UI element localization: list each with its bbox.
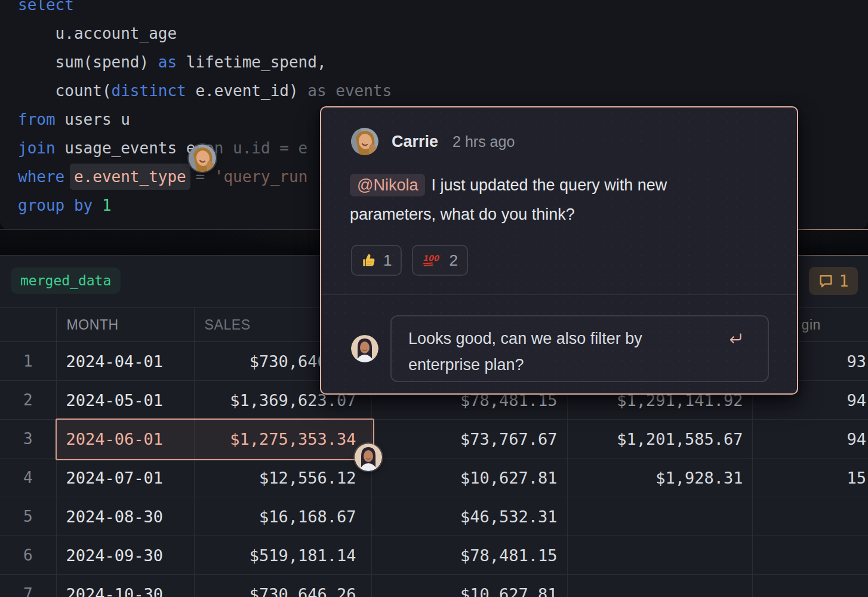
code-line: u.account_age	[18, 19, 392, 48]
table-row[interactable]: 6 2024-09-30 $519,181.14 $78,481.15	[0, 536, 868, 575]
reaction-count: 2	[449, 251, 457, 270]
index-column-header[interactable]	[0, 308, 56, 342]
comment-bubble-icon	[818, 273, 833, 288]
presence-avatar-collaborator	[355, 444, 382, 471]
cell-col4[interactable]: $1,201,585.67	[567, 420, 752, 458]
code-line: sum(spend) as lifetime_spend,	[18, 48, 392, 76]
code-token: sum(spend)	[18, 53, 158, 71]
reaction-hundred[interactable]: 100 2	[412, 245, 467, 276]
code-line: count(distinct e.event_id) as events	[18, 76, 392, 105]
cell-sales[interactable]: $12,556.12	[194, 458, 371, 497]
code-token: where	[18, 168, 64, 186]
cell-month[interactable]: 2024-06-01	[56, 420, 194, 458]
cell-col5[interactable]: 94	[752, 420, 868, 458]
cell-sales[interactable]: $519,181.14	[194, 536, 371, 575]
code-token: e.event_id)	[186, 82, 298, 100]
cell-col5[interactable]	[752, 497, 868, 536]
presence-avatar-carrie	[189, 144, 216, 172]
cell-col5[interactable]	[752, 536, 868, 575]
row-index: 3	[0, 420, 56, 458]
table-row[interactable]: 4 2024-07-01 $12,556.12 $10,627.81 $1,92…	[0, 458, 868, 497]
table-row[interactable]: 7 2024-10-30 $730,646.26 $10,627.81	[0, 575, 868, 597]
code-token: distinct	[112, 82, 186, 100]
code-token: 'query_run	[214, 168, 308, 186]
cell-col3[interactable]: $78,481.15	[371, 536, 567, 575]
code-line: select	[18, 0, 392, 19]
cell-col4[interactable]	[567, 575, 752, 597]
code-token: group by	[18, 196, 93, 214]
row-index: 5	[0, 497, 56, 536]
code-token: as	[158, 53, 177, 71]
highlighted-code-token[interactable]: e.event_type	[70, 164, 190, 190]
cell-month[interactable]: 2024-07-01	[56, 458, 194, 497]
row-index: 7	[0, 575, 56, 597]
cell-month[interactable]: 2024-10-30	[56, 575, 194, 597]
cell-col3[interactable]: $10,627.81	[371, 458, 567, 497]
comment-count-badge[interactable]: 1	[809, 267, 858, 295]
row-index: 2	[0, 381, 56, 420]
code-token	[93, 196, 102, 214]
comment-header: Carrie 2 hrs ago	[351, 128, 515, 155]
cell-month[interactable]: 2024-08-30	[56, 497, 194, 536]
return-icon[interactable]	[727, 331, 744, 349]
cell-col3[interactable]: $73,767.67	[371, 420, 567, 458]
cell-col4[interactable]	[567, 536, 752, 575]
reply-input-text: Looks good, can we also filter by enterp…	[408, 325, 701, 378]
code-token: count(	[18, 82, 112, 100]
column-header-month[interactable]: MONTH	[56, 308, 194, 342]
collaborator-avatar-image	[351, 335, 378, 362]
dialog-divider	[321, 294, 797, 295]
cell-col3[interactable]: $46,532.31	[371, 497, 567, 536]
comment-count: 1	[839, 272, 849, 290]
table-row-selected[interactable]: 3 2024-06-01 $1,275,353.34 $73,767.67 $1…	[0, 420, 868, 458]
row-index: 4	[0, 458, 56, 497]
cell-month[interactable]: 2024-05-01	[56, 381, 194, 420]
code-token: 1	[102, 196, 112, 214]
mention-chip[interactable]: @Nikola	[350, 174, 425, 196]
code-token: from	[18, 110, 56, 128]
cell-sales[interactable]: $730,646.26	[194, 575, 371, 597]
app-window: select u.account_age sum(spend) as lifet…	[0, 0, 868, 597]
svg-text:100: 100	[423, 254, 440, 263]
code-token: on u.id = e	[205, 139, 307, 157]
cell-col4[interactable]: $1,928.31	[567, 458, 752, 497]
table-row[interactable]: 5 2024-08-30 $16,168.67 $46,532.31	[0, 497, 868, 536]
carrie-avatar-image	[189, 144, 216, 172]
cell-month[interactable]: 2024-04-01	[56, 342, 194, 381]
collaborator-avatar-image	[355, 444, 382, 471]
comment-thread-dialog: Carrie 2 hrs ago @NikolaI just updated t…	[320, 106, 798, 395]
cell-col5[interactable]: 15	[752, 458, 868, 497]
avatar-reply-user	[351, 335, 378, 362]
cell-col3[interactable]: $10,627.81	[371, 575, 567, 597]
code-token: u.account_age	[18, 24, 177, 42]
code-token: usage_events e	[56, 139, 205, 157]
reaction-count: 1	[383, 251, 392, 270]
carrie-avatar-image	[351, 128, 378, 155]
cell-month[interactable]: 2024-09-30	[56, 536, 194, 575]
comment-author: Carrie	[392, 133, 438, 151]
avatar-carrie	[351, 128, 378, 155]
table-title-pill[interactable]: merged_data	[11, 267, 121, 294]
cell-sales[interactable]: $1,275,353.34	[194, 420, 371, 458]
reaction-thumbs-up[interactable]: 1	[351, 245, 402, 276]
thumbs-up-icon	[361, 253, 377, 268]
code-token: as events	[298, 82, 392, 100]
hundred-points-icon: 100	[422, 253, 442, 267]
reply-input[interactable]: Looks good, can we also filter by enterp…	[390, 315, 769, 382]
comment-timestamp: 2 hrs ago	[453, 133, 515, 150]
code-token: lifetime_spend,	[177, 53, 326, 71]
cell-sales[interactable]: $16,168.67	[194, 497, 371, 536]
reactions-row: 1 100 2	[351, 245, 468, 276]
cell-col5[interactable]	[752, 575, 868, 597]
comment-message: @NikolaI just updated the query with new…	[350, 171, 744, 229]
row-index: 6	[0, 536, 56, 575]
code-token: join	[18, 139, 56, 157]
row-index: 1	[0, 342, 56, 381]
code-token: select	[18, 0, 74, 14]
cell-col4[interactable]	[567, 497, 752, 536]
code-token: users u	[56, 110, 130, 128]
